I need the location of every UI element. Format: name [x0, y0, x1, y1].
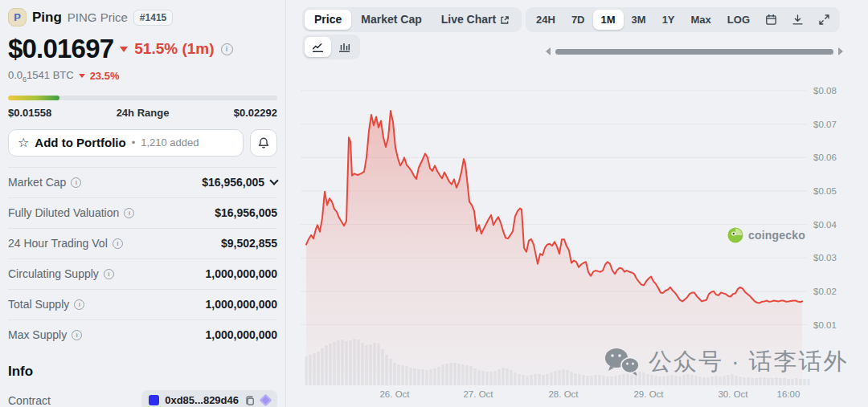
svg-text:$0.02: $0.02 — [813, 287, 837, 296]
range-max[interactable]: Max — [683, 10, 719, 30]
svg-text:16:00: 16:00 — [777, 389, 800, 399]
coin-price-label: PING Price — [68, 10, 128, 24]
range-3m[interactable]: 3M — [624, 10, 654, 30]
info-icon[interactable] — [72, 330, 82, 340]
scrollbar-thumb[interactable] — [555, 49, 833, 55]
contract-row: Contract 0xd85...829d46 — [8, 390, 277, 407]
stat-label: Circulating Supply — [8, 267, 99, 280]
download-icon — [792, 14, 804, 26]
range-bar — [8, 96, 277, 100]
info-heading: Info — [8, 364, 277, 380]
svg-text:$0.08: $0.08 — [813, 86, 837, 96]
stat-row-fdv: Fully Diluted Valuation $16,956,005 — [8, 197, 277, 228]
ethereum-icon[interactable] — [260, 394, 272, 407]
tab-live-chart[interactable]: Live Chart — [432, 10, 519, 30]
stat-value: $9,502,855 — [221, 237, 277, 250]
download-button[interactable] — [784, 10, 811, 30]
svg-text:$0.01: $0.01 — [813, 320, 837, 330]
scroll-left-icon[interactable] — [546, 47, 551, 55]
add-to-portfolio-button[interactable]: ☆ Add to Portfolio • 1,210 added — [8, 129, 244, 157]
info-icon[interactable] — [104, 269, 114, 279]
coingecko-logo-icon — [727, 227, 743, 243]
stat-value: 1,000,000,000 — [205, 267, 277, 280]
range-bar-fill — [8, 96, 59, 100]
external-link-icon — [500, 15, 510, 25]
coin-name: Ping — [32, 10, 62, 26]
contract-label: Contract — [8, 394, 51, 407]
stat-value: $16,956,005 — [202, 176, 264, 189]
stat-row-market-cap: Market Cap $16,956,005 — [8, 167, 277, 197]
chart-tabs: Price Market Cap Live Chart — [302, 7, 522, 32]
wechat-watermark: 公众号 · 话李话外 — [604, 346, 849, 378]
stat-label: Max Supply — [8, 328, 67, 341]
wechat-icon — [604, 347, 641, 377]
range-labels: $0.01558 24h Range $0.02292 — [8, 107, 277, 119]
chain-icon — [149, 395, 159, 405]
price-alert-button[interactable] — [250, 129, 277, 157]
svg-text:$0.05: $0.05 — [813, 186, 837, 196]
svg-text:30. Oct: 30. Oct — [718, 389, 748, 399]
price-row: $0.01697 51.5% (1m) — [8, 34, 277, 64]
range-title: 24h Range — [117, 107, 170, 119]
portfolio-label: Add to Portfolio — [35, 136, 125, 149]
line-chart-icon — [311, 42, 325, 53]
portfolio-added-count: 1,210 added — [141, 136, 199, 149]
copy-icon[interactable] — [244, 395, 256, 406]
wechat-watermark-text: 公众号 · 话李话外 — [649, 346, 849, 378]
range-1m[interactable]: 1M — [593, 10, 624, 30]
portfolio-row: ☆ Add to Portfolio • 1,210 added — [8, 129, 277, 157]
info-section: Info Contract 0xd85...829d46 — [8, 364, 277, 407]
tab-price[interactable]: Price — [305, 10, 351, 30]
coin-header: P Ping PING Price #1415 — [8, 8, 277, 26]
range-7d[interactable]: 7D — [563, 10, 593, 30]
stat-row-max-supply: Max Supply 1,000,000,000 — [8, 319, 277, 350]
current-price: $0.01697 — [8, 34, 113, 64]
tab-market-cap[interactable]: Market Cap — [351, 10, 431, 30]
star-icon: ☆ — [18, 136, 29, 149]
svg-text:29. Oct: 29. Oct — [633, 389, 664, 399]
price-info-icon[interactable] — [221, 43, 233, 55]
date-picker-button[interactable] — [758, 10, 784, 30]
expand-icon — [818, 14, 830, 26]
coingecko-watermark: coingecko — [727, 227, 805, 243]
scroll-right-icon[interactable] — [838, 47, 843, 55]
btc-change: 23.5% — [90, 70, 120, 82]
svg-text:$0.03: $0.03 — [813, 253, 837, 263]
stat-label: Fully Diluted Valuation — [8, 206, 119, 219]
info-icon[interactable] — [113, 238, 123, 249]
btc-price: 0.061541 BTC — [8, 69, 74, 83]
stat-label: 24 Hour Trading Vol — [8, 237, 108, 250]
info-icon[interactable] — [74, 299, 84, 310]
candlestick-chart-type-button[interactable] — [331, 37, 358, 57]
coin-summary-panel: P Ping PING Price #1415 $0.01697 51.5% (… — [0, 0, 286, 407]
stat-label: Total Supply — [8, 298, 69, 311]
contract-address-pill[interactable]: 0xd85...829d46 — [141, 390, 277, 407]
chart-scrollbar — [546, 47, 843, 55]
range-24h[interactable]: 24H — [528, 10, 563, 30]
fullscreen-button[interactable] — [811, 10, 837, 30]
rank-badge: #1415 — [133, 10, 173, 26]
chart-type-toggle — [302, 35, 360, 59]
stat-row-total-supply: Total Supply 1,000,000,000 — [8, 289, 277, 319]
coingecko-watermark-text: coingecko — [748, 229, 805, 242]
contract-address: 0xd85...829d46 — [165, 394, 239, 406]
stat-value: $16,956,005 — [215, 206, 277, 219]
range-high: $0.02292 — [234, 107, 277, 119]
coin-logo: P — [8, 8, 27, 26]
stat-value: 1,000,000,000 — [205, 328, 277, 341]
stat-row-circulating-supply: Circulating Supply 1,000,000,000 — [8, 258, 277, 289]
stat-label: Market Cap — [8, 176, 66, 189]
log-scale-button[interactable]: LOG — [719, 10, 758, 30]
line-chart-type-button[interactable] — [305, 37, 331, 57]
svg-text:$0.06: $0.06 — [813, 153, 837, 162]
coin-logo-letter: P — [14, 11, 21, 23]
range-1y[interactable]: 1Y — [654, 10, 683, 30]
svg-text:$0.07: $0.07 — [813, 120, 837, 129]
chevron-down-icon[interactable] — [269, 176, 278, 185]
calendar-icon — [765, 14, 777, 26]
info-icon[interactable] — [71, 177, 81, 188]
portfolio-dot: • — [132, 136, 136, 149]
price-change: 51.5% (1m) — [134, 40, 214, 58]
range-low: $0.01558 — [8, 107, 51, 119]
info-icon[interactable] — [124, 208, 134, 218]
